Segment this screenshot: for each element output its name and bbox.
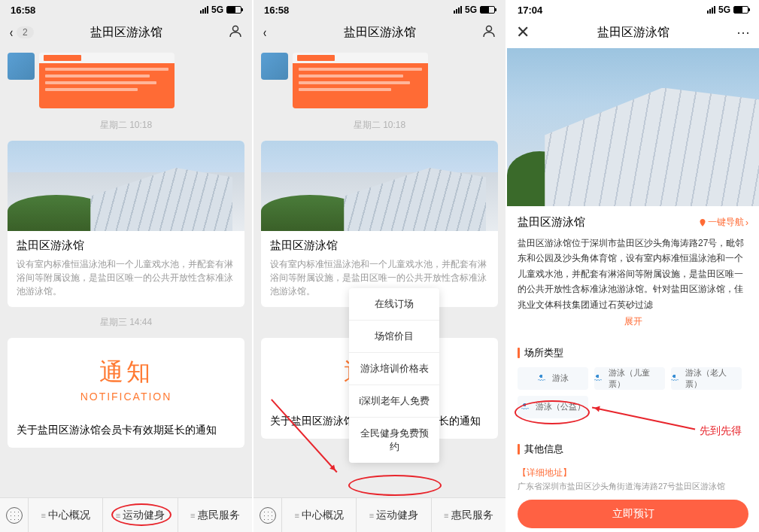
address-text: 广东省深圳市盐田区沙头角街道海涛路27号盐田区游泳馆 (507, 481, 759, 492)
hero-image (507, 48, 759, 206)
menu-item-senior[interactable]: i深圳老年人免费 (349, 385, 439, 418)
swim-icon (521, 403, 532, 411)
tab-overview[interactable]: ≡中心概况 (29, 498, 103, 532)
location-icon (699, 219, 706, 226)
type-swim[interactable]: 游泳 (518, 367, 588, 390)
bottom-tabs: ≡中心概况 ≡运动健身 ≡惠民服务 (0, 497, 252, 532)
keyboard-toggle[interactable] (254, 498, 282, 532)
signal-icon (200, 6, 208, 14)
venue-description: 盐田区游泳馆位于深圳市盐田区沙头角海涛路27号，毗邻东和公园及沙头角体育馆，设有… (507, 236, 759, 312)
swim-icon (594, 375, 605, 382)
notice-text: 关于盐田区游泳馆会员卡有效期延长的通知 (17, 424, 235, 437)
article-title: 盐田区游泳馆 (17, 239, 235, 253)
tab-fitness[interactable]: ≡运动健身 (357, 498, 431, 532)
profile-icon[interactable] (228, 23, 243, 42)
image-message[interactable] (293, 53, 428, 108)
avatar[interactable] (261, 53, 288, 80)
screen-2: 16:58 5G ‹ 盐田区游泳馆 星期二 10:18 (254, 0, 505, 532)
back-count: 2 (17, 26, 34, 38)
page-title: 盐田区游泳馆 (597, 25, 669, 41)
notice-heading-en: NOTIFICATION (17, 391, 235, 403)
expand-button[interactable]: 展开 (507, 312, 759, 336)
popup-menu: 在线订场 场馆价目 游泳培训价格表 i深圳老年人免费 全民健身免费预约 (349, 288, 439, 463)
tab-overview[interactable]: ≡中心概况 (282, 498, 357, 532)
close-button[interactable]: ✕ (516, 23, 530, 42)
tab-welfare[interactable]: ≡惠民服务 (178, 498, 252, 532)
back-button[interactable]: ‹ (263, 25, 267, 41)
status-bar: 16:58 5G (0, 0, 252, 17)
type-swim-senior[interactable]: 游泳（老人票） (671, 367, 742, 390)
network-label: 5G (465, 5, 477, 15)
page-title: 盐田区游泳馆 (90, 25, 162, 41)
menu-item-training[interactable]: 游泳培训价格表 (349, 353, 439, 385)
back-arrow-icon: ‹ (263, 25, 266, 41)
timestamp: 星期二 10:18 (0, 113, 252, 138)
chat-content: 星期二 10:18 盐田区游泳馆 设有室内标准恒温泳池和一个儿童戏水池，并配套有… (254, 48, 505, 497)
timestamp: 星期二 10:18 (254, 113, 505, 138)
keyboard-toggle[interactable] (0, 498, 29, 532)
section-venue-types: 场所类型 (507, 336, 759, 367)
page-title: 盐田区游泳馆 (344, 25, 416, 41)
bottom-tabs: ≡中心概况 ≡运动健身 ≡惠民服务 (254, 497, 505, 532)
screen-3: 17:04 5G ✕ 盐田区游泳馆 ⋯ 盐田区游泳馆 一键导航 › 盐田区游 (507, 0, 759, 532)
svg-point-0 (233, 26, 238, 31)
status-right: 5G (454, 5, 495, 15)
status-time: 16:58 (11, 5, 35, 16)
menu-item-pricing[interactable]: 场馆价目 (349, 321, 439, 353)
menu-item-booking[interactable]: 在线订场 (349, 288, 439, 321)
swim-icon (538, 375, 548, 382)
back-arrow-icon: ‹ (10, 25, 13, 41)
annotation-ellipse (348, 475, 442, 496)
article-card[interactable]: 盐田区游泳馆 设有室内标准恒温泳池和一个儿童戏水池，并配套有淋浴间等附属设施，是… (261, 141, 498, 307)
menu-item-free-booking[interactable]: 全民健身免费预约 (349, 418, 439, 463)
network-label: 5G (718, 5, 730, 15)
chat-content: 星期二 10:18 盐田区游泳馆 设有室内标准恒温泳池和一个儿童戏水池，并配套有… (0, 48, 252, 497)
status-bar: 17:04 5G (507, 0, 759, 17)
image-message[interactable] (39, 53, 175, 108)
keyboard-icon (260, 507, 276, 524)
address-label: 【详细地址】 (507, 464, 759, 481)
article-image (261, 141, 498, 231)
status-time: 16:58 (264, 5, 289, 16)
tab-welfare[interactable]: ≡惠民服务 (432, 498, 505, 532)
battery-icon (480, 6, 495, 14)
type-swim-public[interactable]: 游泳（公益） (518, 396, 588, 418)
avatar[interactable] (8, 53, 35, 80)
swim-icon (671, 375, 682, 382)
article-card[interactable]: 盐田区游泳馆 设有室内标准恒温泳池和一个儿童戏水池，并配套有淋浴间等附属设施，是… (8, 141, 244, 307)
article-image (8, 141, 244, 231)
annotation-text: 先到先得 (700, 424, 742, 438)
svg-point-1 (487, 26, 492, 31)
venue-title: 盐田区游泳馆 (518, 215, 585, 230)
message-row (0, 48, 252, 113)
status-right: 5G (200, 5, 241, 15)
notice-heading-cn: 通知 (17, 356, 235, 389)
status-bar: 16:58 5G (254, 0, 505, 17)
status-right: 5G (707, 5, 748, 15)
signal-icon (454, 6, 462, 14)
type-swim-child[interactable]: 游泳（儿童票） (594, 367, 665, 390)
timestamp: 星期三 14:44 (0, 310, 252, 335)
profile-icon[interactable] (481, 23, 496, 42)
battery-icon (733, 6, 748, 14)
nav-bar: ✕ 盐田区游泳馆 ⋯ (507, 17, 759, 48)
book-button[interactable]: 立即预订 (518, 500, 748, 528)
keyboard-icon (6, 507, 23, 524)
nav-bar: ‹ 2 盐田区游泳馆 (0, 17, 252, 48)
detail-content: 盐田区游泳馆 一键导航 › 盐田区游泳馆位于深圳市盐田区沙头角海涛路27号，毗邻… (507, 48, 759, 532)
screen-1: 16:58 5G ‹ 2 盐田区游泳馆 星期二 10:18 (0, 0, 252, 532)
signal-icon (707, 6, 715, 14)
notice-card[interactable]: 通知 NOTIFICATION 关于盐田区游泳馆会员卡有效期延长的通知 (8, 338, 244, 448)
nav-bar: ‹ 盐田区游泳馆 (254, 17, 505, 48)
article-title: 盐田区游泳馆 (270, 239, 489, 253)
back-button[interactable]: ‹ 2 (9, 25, 34, 41)
type-grid: 游泳 游泳（儿童票） 游泳（老人票） 游泳（公益） (507, 367, 759, 418)
network-label: 5G (211, 5, 223, 15)
tab-fitness[interactable]: ≡运动健身 (103, 498, 178, 532)
battery-icon (226, 6, 241, 14)
message-row (254, 48, 505, 113)
status-time: 17:04 (518, 5, 542, 16)
navigate-link[interactable]: 一键导航 › (699, 216, 748, 229)
article-desc: 设有室内标准恒温泳池和一个儿童戏水池，并配套有淋浴间等附属设施，是盐田区唯一的公… (17, 257, 235, 298)
more-icon[interactable]: ⋯ (736, 24, 750, 41)
